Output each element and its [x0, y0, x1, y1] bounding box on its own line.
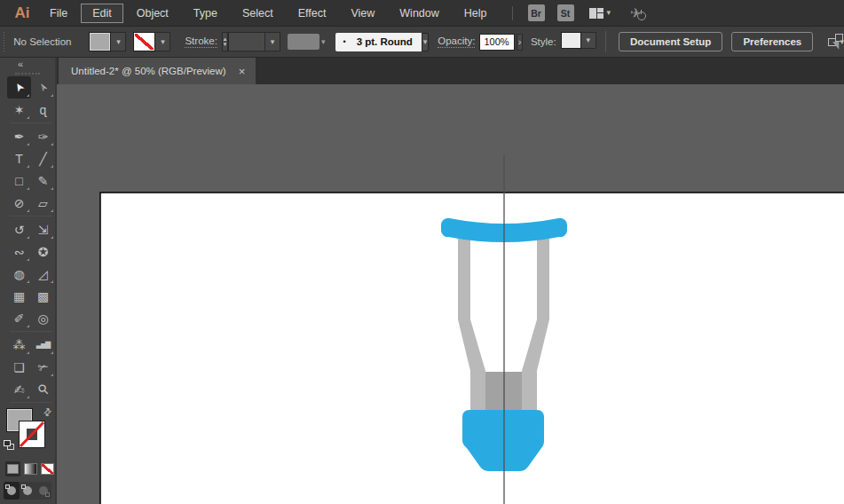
lasso-tool[interactable]: ɋ	[31, 98, 55, 121]
style-dropdown[interactable]: ▾	[561, 32, 596, 51]
eraser-tool[interactable]: ▱	[31, 192, 55, 214]
document-tab-bar: Untitled-2* @ 50% (RGB/Preview) ×	[57, 58, 844, 84]
none-button[interactable]	[40, 461, 55, 476]
draw-behind-button[interactable]	[20, 482, 35, 500]
swap-fill-stroke-icon[interactable]: ⇄	[41, 406, 55, 420]
stroke-weight-dropdown[interactable]: ▾	[228, 32, 280, 51]
line-segment-tool-icon: ╱	[39, 153, 46, 165]
artboard-tool-icon: ❏	[13, 361, 25, 374]
document-tab-title: Untitled-2* @ 50% (RGB/Preview)	[71, 66, 226, 76]
toolbar-collapse-button[interactable]: «	[0, 58, 55, 69]
symbol-sprayer-tool[interactable]: ⁂	[7, 334, 31, 356]
workspace-switcher-icon[interactable]	[589, 8, 603, 19]
mesh-tool[interactable]: ▦	[7, 285, 31, 307]
type-tool[interactable]: T	[7, 147, 31, 169]
paintbrush-tool[interactable]: ✎	[31, 169, 55, 192]
tool-separator	[10, 122, 52, 123]
default-fill-stroke-icon[interactable]	[4, 440, 15, 451]
shape-builder-tool[interactable]: ◍	[7, 263, 31, 285]
blend-tool[interactable]: ◎	[31, 307, 55, 329]
scale-tool[interactable]: ⇲	[31, 218, 55, 240]
tool-separator	[10, 216, 52, 217]
menubar-divider	[512, 6, 513, 20]
stroke-weight-stepper[interactable]: ▴ ▾	[222, 32, 228, 51]
magic-wand-tool[interactable]: ✶	[7, 98, 31, 121]
menu-window[interactable]: Window	[388, 4, 450, 23]
fill-chevron-icon[interactable]: ▾	[111, 32, 126, 51]
menu-file[interactable]: File	[38, 4, 79, 23]
document-setup-button[interactable]: Document Setup	[619, 32, 722, 51]
selection-status: No Selection	[13, 36, 71, 47]
symbol-sprayer-tool-icon: ⁂	[13, 339, 26, 351]
curvature-tool[interactable]: ✑	[31, 125, 55, 147]
lasso-tool-icon: ɋ	[40, 104, 47, 116]
width-profile-dropdown	[288, 34, 319, 50]
menu-view[interactable]: View	[339, 4, 386, 23]
type-tool-icon: T	[15, 153, 23, 165]
rectangle-tool[interactable]: □	[7, 169, 31, 192]
style-chevron-icon[interactable]: ▾	[581, 32, 596, 49]
magic-wand-tool-icon: ✶	[14, 104, 25, 116]
preferences-button[interactable]: Preferences	[731, 32, 813, 51]
fill-swatch[interactable]	[89, 32, 111, 51]
brush-definition-dropdown[interactable]: • 3 pt. Round	[335, 33, 421, 51]
menu-select[interactable]: Select	[231, 4, 285, 23]
stroke-none-swatch[interactable]	[133, 32, 155, 51]
opacity-label[interactable]: Opacity:	[438, 35, 475, 48]
menu-help[interactable]: Help	[453, 4, 499, 23]
stroke-weight-value[interactable]	[228, 32, 265, 51]
hand-tool-icon: ✍	[14, 383, 25, 396]
stock-button[interactable]: St	[557, 4, 574, 21]
shaper-tool[interactable]: ⊘	[7, 192, 31, 214]
pen-tool[interactable]: ✒	[7, 125, 31, 147]
width-tool[interactable]: ∾	[7, 240, 31, 263]
style-label: Style:	[531, 36, 556, 47]
gradient-tool-icon: ▩	[37, 290, 49, 303]
column-graph-tool[interactable]: ▃▅▇	[31, 334, 55, 356]
fill-stroke-widget: ⇄	[0, 408, 55, 460]
document-tab[interactable]: Untitled-2* @ 50% (RGB/Preview) ×	[59, 58, 256, 84]
menu-bar: Ai File Edit Object Type Select Effect V…	[0, 0, 844, 26]
workspace-chevron-icon[interactable]: ▾	[607, 9, 611, 17]
perspective-grid-tool-icon: ◿	[38, 268, 48, 280]
style-swatch[interactable]	[561, 32, 581, 49]
stroke-weight-chevron-icon[interactable]: ▾	[265, 32, 280, 51]
panel-drag-handle[interactable]	[3, 32, 4, 51]
stroke-color-dropdown[interactable]: ▾	[133, 32, 170, 51]
zoom-tool[interactable]: ⚲	[31, 378, 55, 400]
eyedropper-tool[interactable]: ✐	[7, 307, 31, 329]
line-segment-tool[interactable]: ╱	[31, 147, 55, 169]
stroke-color-proxy[interactable]	[19, 421, 45, 452]
shaper-tool-icon: ⊘	[14, 197, 25, 209]
draw-normal-button[interactable]	[4, 482, 20, 500]
menu-edit[interactable]: Edit	[81, 4, 123, 23]
tab-close-icon[interactable]: ×	[239, 66, 246, 77]
brush-chevron-icon[interactable]: ▾	[422, 33, 429, 51]
opacity-expand-icon[interactable]: ›	[517, 34, 522, 51]
slice-tool[interactable]: ✃	[31, 356, 55, 378]
stroke-chevron-icon[interactable]: ▾	[155, 32, 170, 51]
rotate-tool[interactable]: ↺	[7, 218, 31, 240]
color-mode-row	[0, 461, 55, 476]
align-artboard-icon[interactable]	[828, 34, 835, 50]
gpu-performance-icon[interactable]: ✈	[630, 5, 646, 21]
perspective-grid-tool[interactable]: ◿	[31, 263, 55, 285]
direct-selection-tool[interactable]: ➢	[31, 76, 55, 98]
stroke-weight-label[interactable]: Stroke:	[185, 35, 217, 48]
puppet-warp-tool[interactable]: ✪	[31, 240, 55, 263]
bridge-button[interactable]: Br	[528, 4, 545, 21]
toolbar-drag-handle[interactable]	[15, 73, 40, 75]
gradient-tool[interactable]: ▩	[31, 285, 55, 307]
hand-tool[interactable]: ✍	[7, 378, 31, 400]
tools-panel: « ➤ ➢ ✶ ɋ ✒ ✑ T ╱ □ ✎ ⊘ ▱ ↺ ⇲ ∾ ✪ ◍ ◿ ▦ …	[0, 58, 57, 504]
menu-effect[interactable]: Effect	[287, 4, 338, 23]
menu-type[interactable]: Type	[182, 4, 229, 23]
selection-tool[interactable]: ➤	[7, 76, 31, 98]
menu-object[interactable]: Object	[125, 4, 180, 23]
artboard-tool[interactable]: ❏	[7, 356, 31, 378]
fill-color-dropdown[interactable]: ▾	[89, 32, 126, 51]
canvas-area[interactable]	[57, 84, 844, 504]
opacity-input[interactable]	[479, 34, 515, 51]
color-button[interactable]	[5, 461, 20, 476]
gradient-button[interactable]	[23, 461, 38, 476]
